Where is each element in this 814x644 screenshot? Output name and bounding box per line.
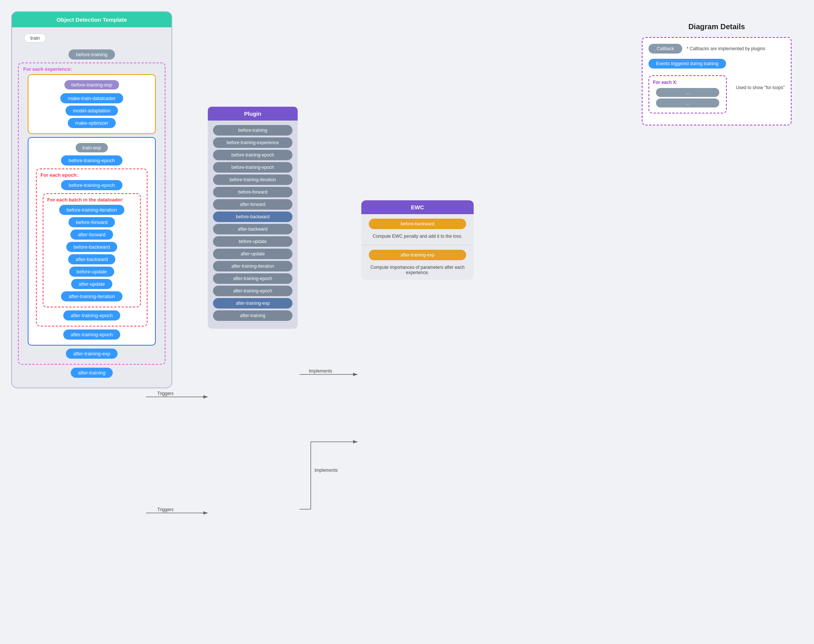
plugin-before-training-epoch-2: before-training-epoch xyxy=(213,162,293,173)
legend-foreach-note: Used to show "for loops" xyxy=(736,74,785,90)
for-each-epoch-box: For each epoch: before-training-epoch Fo… xyxy=(36,169,147,327)
legend-foreach-label: For each X: xyxy=(653,80,722,85)
ewc-before-backward-text: Compute EWC penalty and add it to the lo… xyxy=(361,232,474,243)
template-container: Object Detection Template train before-t… xyxy=(11,11,172,388)
before-training-exp-title: before-training-exp xyxy=(64,80,119,89)
before-training-exp-box: before-training-exp make-train-dataloade… xyxy=(28,74,156,134)
legend-callback-row: Callback * Callbacks are implemented by … xyxy=(648,44,785,54)
before-training-epoch-2: before-training-epoch xyxy=(61,180,123,190)
before-training-main: before-training xyxy=(69,49,115,60)
ewc-after-training-exp: after-training-exp xyxy=(369,250,466,260)
for-each-batch-box: For each batch in the dataloader: before… xyxy=(43,193,141,307)
legend-callback-note: * Callbacks are implemented by plugins xyxy=(687,46,765,51)
plugin-after-forward: after-forward xyxy=(213,199,293,210)
plugin-after-update: after-update xyxy=(213,248,293,259)
plugin-before-forward: before-forward xyxy=(213,187,293,197)
plugin-after-training-iteration: after-training-iteration xyxy=(213,261,293,271)
ewc-after-training-exp-text: Compute importances of parameters after … xyxy=(361,263,474,280)
legend-foreach-box: For each X: ... ... xyxy=(648,75,727,113)
diagram-legend-box: Callback * Callbacks are implemented by … xyxy=(642,37,791,126)
plugin-after-training-epoch-1: after-training-epoch xyxy=(213,273,293,284)
before-forward: before-forward xyxy=(69,217,115,227)
legend-callback-pill: Callback xyxy=(648,44,682,54)
legend-event-pill: Events triggered during training xyxy=(648,59,726,69)
after-training-epoch-outer: after-training-epoch xyxy=(63,330,121,340)
plugin-after-training-exp: after-training-exp xyxy=(213,298,293,308)
plugin-before-training: before-training xyxy=(213,125,293,135)
implements-2-label: Implements xyxy=(314,468,338,473)
after-forward: after-forward xyxy=(71,230,113,240)
before-update: before-update xyxy=(69,267,115,277)
model-adaptation: model-adaptation xyxy=(66,106,118,116)
plugin-after-training-epoch-2: after-training-epoch xyxy=(213,286,293,296)
before-training-epoch-1: before-training-epoch xyxy=(61,155,123,166)
plugin-before-training-epoch-1: before-training-epoch xyxy=(213,150,293,160)
plugin-before-training-iteration: before-training-iteration xyxy=(213,175,293,185)
after-training-main: after-training xyxy=(71,368,113,378)
diagram-title: Diagram Details xyxy=(642,23,791,31)
legend-foreach-row: For each X: ... ... Used to show "for lo… xyxy=(648,74,785,113)
ewc-before-backward: before-backward xyxy=(369,219,466,229)
triggers-1-label: Triggers xyxy=(157,391,174,396)
make-train-dataloader: make-train-dataloader xyxy=(60,93,123,103)
after-backward: after-backward xyxy=(68,254,115,264)
plugin-after-training: after-training xyxy=(213,310,293,321)
plugin-title: Plugin xyxy=(208,107,298,121)
implements-1-label: Implements xyxy=(309,368,332,374)
before-training-iteration: before-training-iteration xyxy=(59,205,124,215)
plugin-after-backward: after-backward xyxy=(213,224,293,235)
train-exp-box: train-exp before-training-epoch For each… xyxy=(28,137,156,346)
for-each-experience-box: For each experience: before-training-exp… xyxy=(18,63,166,365)
plugin-before-update: before-update xyxy=(213,236,293,247)
triggers-2-label: Triggers xyxy=(157,507,174,512)
plugin-before-backward: before-backward xyxy=(213,212,293,222)
for-each-batch-label: For each batch in the dataloader: xyxy=(47,197,136,202)
diagram-details: Diagram Details Callback * Callbacks are… xyxy=(642,23,791,126)
after-training-iteration: after-training-iteration xyxy=(61,291,123,301)
legend-events-row: Events triggered during training xyxy=(648,59,785,69)
after-update: after-update xyxy=(71,279,112,289)
train-exp-title: train-exp xyxy=(76,143,108,152)
make-optimizer: make-optimizer xyxy=(68,118,116,128)
plugin-container: Plugin before-training before-training-e… xyxy=(208,107,298,329)
for-each-epoch-label: For each epoch: xyxy=(40,172,143,178)
legend-dots-1: ... xyxy=(656,88,719,97)
ewc-title: EWC xyxy=(361,200,474,214)
after-training-exp: after-training-exp xyxy=(66,349,118,359)
before-backward: before-backward xyxy=(66,242,118,252)
for-each-experience-label: For each experience: xyxy=(23,66,160,72)
plugin-before-training-experience: before-training-experience xyxy=(213,137,293,148)
legend-dots-2: ... xyxy=(656,98,719,107)
ewc-container: EWC before-backward Compute EWC penalty … xyxy=(361,200,474,280)
train-badge: train xyxy=(24,33,46,43)
template-title: Object Detection Template xyxy=(12,12,172,27)
after-training-epoch-inner: after-training-epoch xyxy=(63,310,121,320)
